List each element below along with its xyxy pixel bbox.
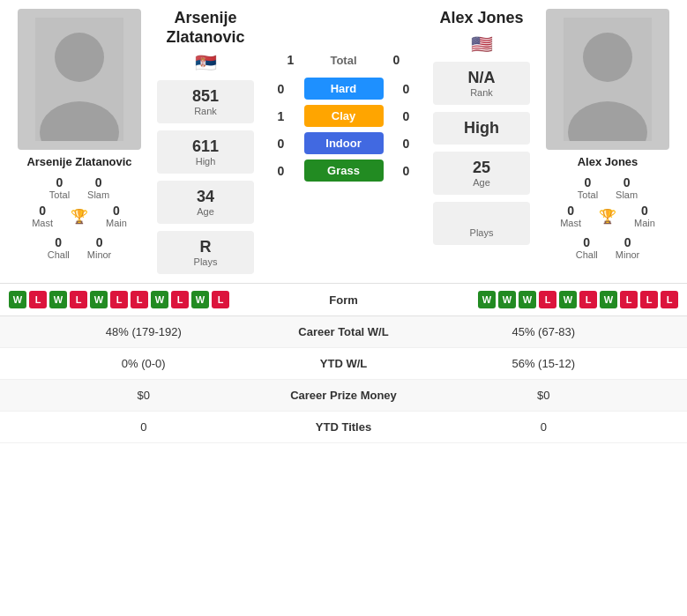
right-plays-box: Plays <box>433 202 530 245</box>
left-high-box: 611 High <box>157 130 254 174</box>
stats-left-1: 0% (0-0) <box>14 357 273 370</box>
right-plays-label: Plays <box>437 227 526 238</box>
match-hard-right: 0 <box>398 82 415 96</box>
form-badge: W <box>600 291 617 308</box>
match-clay-right: 0 <box>398 109 415 123</box>
left-age-value: 34 <box>161 188 250 206</box>
left-main-stat: 0 Main <box>106 204 127 228</box>
stats-left-2: $0 <box>14 389 273 402</box>
left-slam-value: 0 <box>95 175 102 189</box>
left-info-card: Arsenije Zlatanovic 🇷🇸 851 Rank 611 High… <box>157 9 254 274</box>
match-grass-row: 0 Grass 0 <box>261 160 426 182</box>
right-slam-value: 0 <box>624 175 631 189</box>
left-plays-value: R <box>161 238 250 256</box>
svg-point-1 <box>55 33 104 82</box>
right-trophy-icon: 🏆 <box>599 208 616 225</box>
match-section: 1 Total 0 0 Hard 0 1 Clay 0 0 Indoor 0 <box>261 9 426 274</box>
left-minor-value: 0 <box>96 235 103 249</box>
stats-left-0: 48% (179-192) <box>14 325 273 338</box>
right-total-stat: 0 Total <box>578 175 598 200</box>
stats-row: 48% (179-192) Career Total W/L 45% (67-8… <box>0 316 687 348</box>
match-grass-right: 0 <box>398 164 415 178</box>
surface-indoor-btn[interactable]: Indoor <box>304 132 384 154</box>
right-player-stats-bottom: 0 Chall 0 Minor <box>576 235 640 260</box>
right-total-label: Total <box>578 189 598 200</box>
left-player-avatar <box>18 9 141 150</box>
stats-center-label-1: YTD W/L <box>273 357 414 370</box>
left-slam-label: Slam <box>87 189 109 200</box>
left-age-box: 34 Age <box>157 181 254 224</box>
form-badge: W <box>191 291 209 308</box>
left-info-name: Arsenije Zlatanovic <box>157 9 254 47</box>
surface-clay-btn[interactable]: Clay <box>304 105 384 127</box>
match-clay-row: 1 Clay 0 <box>261 105 426 127</box>
form-badge: W <box>498 291 516 308</box>
right-minor-stat: 0 Minor <box>616 235 640 260</box>
stats-row: $0 Career Prize Money $0 <box>0 380 687 412</box>
form-badge: L <box>579 291 597 308</box>
left-total-stat: 0 Total <box>49 175 70 200</box>
match-indoor-right: 0 <box>398 137 415 151</box>
left-mast-stat: 0 Mast <box>32 204 53 228</box>
right-form-badges: WWWLWLWLLL <box>393 291 679 308</box>
match-total-label: Total <box>317 54 370 67</box>
form-badge: L <box>620 291 638 308</box>
left-mast-label: Mast <box>32 218 53 228</box>
form-badge: L <box>539 291 556 308</box>
left-player-name: Arsenije Zlatanovic <box>26 155 131 168</box>
form-badge: W <box>151 291 168 308</box>
surface-grass-btn[interactable]: Grass <box>304 160 384 182</box>
right-high-box: High <box>433 112 530 145</box>
right-age-label: Age <box>437 177 526 188</box>
match-hard-row: 0 Hard 0 <box>261 78 426 100</box>
right-rank-label: Rank <box>437 87 526 98</box>
stats-center-label-2: Career Prize Money <box>273 389 414 402</box>
right-main-stat: 0 Main <box>634 204 655 228</box>
right-main-value: 0 <box>641 204 648 218</box>
right-plays-value <box>437 209 526 227</box>
match-total-right: 0 <box>388 53 406 67</box>
left-rank-label: Rank <box>161 106 250 116</box>
left-plays-box: R Plays <box>157 231 254 274</box>
left-rank-value: 851 <box>161 87 250 106</box>
stats-right-3: 0 <box>414 420 674 434</box>
left-rank-box: 851 Rank <box>157 80 254 123</box>
stats-left-3: 0 <box>14 420 273 434</box>
form-section: WLWLWLLWLWL Form WWWLWLWLLL <box>0 283 687 315</box>
right-info-name: Alex Jones <box>439 9 523 28</box>
stats-section: 48% (179-192) Career Total W/L 45% (67-8… <box>0 315 687 443</box>
form-badge: L <box>110 291 128 308</box>
right-minor-value: 0 <box>624 235 631 249</box>
stats-right-1: 56% (15-12) <box>414 357 674 370</box>
left-plays-label: Plays <box>161 256 250 267</box>
left-chall-value: 0 <box>55 235 62 249</box>
form-badge: L <box>661 291 678 308</box>
stats-row: 0 YTD Titles 0 <box>0 412 687 443</box>
left-minor-stat: 0 Minor <box>87 235 112 260</box>
form-badge: W <box>559 291 577 308</box>
right-mast-label: Mast <box>560 218 581 228</box>
right-age-box: 25 Age <box>433 152 530 195</box>
left-chall-stat: 0 Chall <box>48 235 70 260</box>
form-badge: L <box>640 291 658 308</box>
form-badge: L <box>171 291 189 308</box>
form-badge: L <box>29 291 47 308</box>
match-indoor-left: 0 <box>273 137 290 151</box>
left-age-label: Age <box>161 206 250 217</box>
right-high-value: High <box>437 119 526 137</box>
left-flag: 🇷🇸 <box>195 52 217 73</box>
form-badge: W <box>478 291 496 308</box>
left-high-value: 611 <box>161 137 250 156</box>
right-player-trophy-row: 0 Mast 🏆 0 Main <box>560 204 655 228</box>
form-badge: W <box>49 291 67 308</box>
match-total-row: 1 Total 0 <box>261 53 426 67</box>
stats-row: 0% (0-0) YTD W/L 56% (15-12) <box>0 348 687 380</box>
left-total-label: Total <box>49 189 70 200</box>
surface-hard-btn[interactable]: Hard <box>304 78 384 100</box>
form-badge: L <box>212 291 229 308</box>
right-info-card: Alex Jones 🇺🇸 N/A Rank High 25 Age Plays <box>433 9 530 274</box>
left-total-value: 0 <box>56 175 63 189</box>
right-main-label: Main <box>634 218 655 228</box>
right-rank-box: N/A Rank <box>433 62 530 105</box>
left-main-label: Main <box>106 218 127 228</box>
